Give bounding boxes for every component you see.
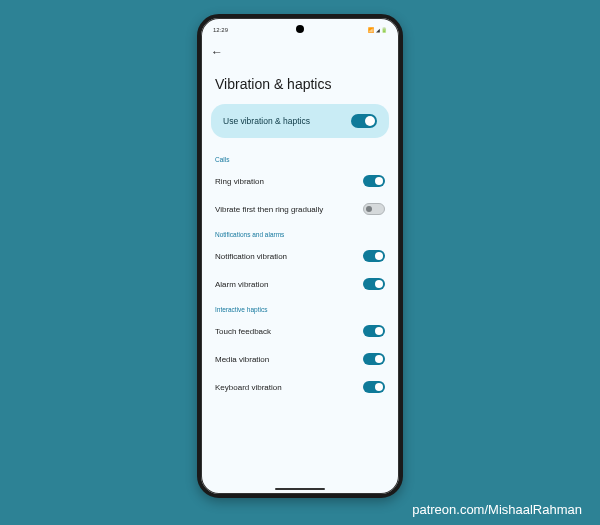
- keyboard-vibration-label: Keyboard vibration: [215, 383, 282, 392]
- ring-vibration-toggle[interactable]: [363, 175, 385, 187]
- alarm-vibration-row[interactable]: Alarm vibration: [201, 270, 399, 298]
- status-icons: 📶 ◢ 🔋: [368, 27, 387, 33]
- nav-row: ←: [201, 38, 399, 62]
- keyboard-vibration-toggle[interactable]: [363, 381, 385, 393]
- ring-vibration-row[interactable]: Ring vibration: [201, 167, 399, 195]
- back-icon[interactable]: ←: [211, 45, 223, 59]
- camera-cutout: [296, 25, 304, 33]
- media-vibration-row[interactable]: Media vibration: [201, 345, 399, 373]
- section-header-interactive: Interactive haptics: [201, 298, 399, 317]
- alarm-vibration-toggle[interactable]: [363, 278, 385, 290]
- section-header-calls: Calls: [201, 148, 399, 167]
- touch-feedback-label: Touch feedback: [215, 327, 271, 336]
- status-time: 12:29: [213, 27, 228, 33]
- media-vibration-toggle[interactable]: [363, 353, 385, 365]
- vibrate-first-toggle[interactable]: [363, 203, 385, 215]
- use-vibration-haptics-toggle[interactable]: [351, 114, 377, 128]
- media-vibration-label: Media vibration: [215, 355, 269, 364]
- gesture-bar[interactable]: [275, 488, 325, 490]
- section-header-notifications: Notifications and alarms: [201, 223, 399, 242]
- page-title: Vibration & haptics: [201, 62, 399, 104]
- notification-vibration-row[interactable]: Notification vibration: [201, 242, 399, 270]
- use-vibration-haptics-label: Use vibration & haptics: [223, 116, 310, 126]
- alarm-vibration-label: Alarm vibration: [215, 280, 268, 289]
- touch-feedback-row[interactable]: Touch feedback: [201, 317, 399, 345]
- notification-vibration-label: Notification vibration: [215, 252, 287, 261]
- use-vibration-haptics-row[interactable]: Use vibration & haptics: [211, 104, 389, 138]
- ring-vibration-label: Ring vibration: [215, 177, 264, 186]
- vibrate-first-row[interactable]: Vibrate first then ring gradually: [201, 195, 399, 223]
- phone-frame: 12:29 📶 ◢ 🔋 ← Vibration & haptics Use vi…: [197, 14, 403, 498]
- vibrate-first-label: Vibrate first then ring gradually: [215, 205, 323, 214]
- credit-text: patreon.com/MishaalRahman: [412, 502, 582, 517]
- keyboard-vibration-row[interactable]: Keyboard vibration: [201, 373, 399, 401]
- touch-feedback-toggle[interactable]: [363, 325, 385, 337]
- notification-vibration-toggle[interactable]: [363, 250, 385, 262]
